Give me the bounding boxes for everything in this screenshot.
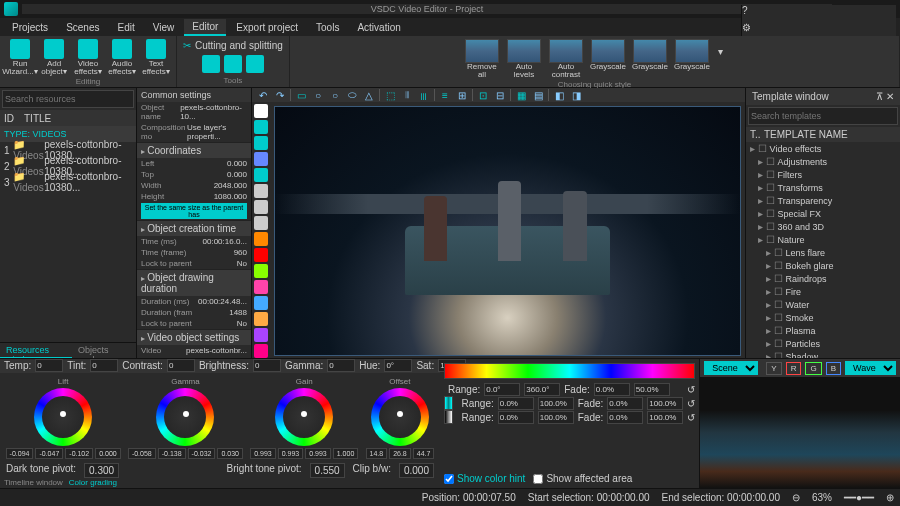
menu-scenes[interactable]: Scenes	[58, 20, 107, 35]
ribbon-text-button[interactable]: Texteffects▾	[140, 38, 172, 77]
menu-export-project[interactable]: Export project	[228, 20, 306, 35]
toolbar-button[interactable]: ≡	[438, 88, 452, 102]
template-node[interactable]: ▸ ☐ Fire	[746, 285, 900, 298]
template-node[interactable]: ▸ ☐ Filters	[746, 168, 900, 181]
cg-temp-input[interactable]	[35, 359, 63, 372]
tab-objects[interactable]: Objects explorer	[72, 343, 136, 358]
scope-type-select[interactable]: Wave	[845, 361, 896, 375]
style-grayscale[interactable]: Grayscale	[588, 38, 628, 80]
draw-tool[interactable]	[254, 296, 268, 310]
props-section[interactable]: ▸ Video object settings	[137, 329, 251, 345]
prop-row[interactable]: Composition moUse layer's properti...	[137, 122, 251, 142]
draw-tool[interactable]	[254, 328, 268, 342]
template-node[interactable]: ▸ ☐ Smoke	[746, 311, 900, 324]
toolbar-button[interactable]: △	[362, 88, 376, 102]
tab-timeline[interactable]: Timeline window	[4, 478, 63, 489]
fade-max[interactable]	[634, 383, 670, 396]
color-wheel-lift[interactable]: Lift-0.094-0.047-0.1020.000	[6, 377, 121, 459]
scissors-icon[interactable]: ✂	[183, 40, 191, 51]
draw-tool[interactable]	[254, 120, 268, 134]
reset-icon[interactable]: ↺	[687, 384, 695, 395]
prop-row[interactable]: Height1080.000	[137, 191, 251, 202]
bright-pivot-value[interactable]: 0.550	[310, 463, 345, 478]
cut-split-label[interactable]: Cutting and splitting	[195, 40, 283, 51]
draw-tool[interactable]	[254, 344, 268, 358]
draw-tool[interactable]	[254, 168, 268, 182]
color-wheel-gamma[interactable]: Gamma-0.058-0.138-0.0320.030	[128, 377, 243, 459]
ribbon-add-button[interactable]: Addobject▾	[38, 38, 70, 77]
prop-row[interactable]: Width2048.000	[137, 180, 251, 191]
scope-g-button[interactable]: G	[805, 362, 821, 375]
tool-icon[interactable]	[202, 55, 220, 73]
toolbar-button[interactable]: ▦	[514, 88, 528, 102]
toolbar-button[interactable]: ○	[328, 88, 342, 102]
toolbar-button[interactable]: ○	[311, 88, 325, 102]
toolbar-button[interactable]: ⬚	[383, 88, 397, 102]
settings-icon[interactable]: ⚙	[742, 22, 896, 33]
cg-hue-input[interactable]	[384, 359, 412, 372]
menu-tools[interactable]: Tools	[308, 20, 347, 35]
toolbar-button[interactable]: ⬭	[345, 88, 359, 102]
toolbar-button[interactable]: ⊞	[455, 88, 469, 102]
template-node[interactable]: ▸ ☐ Lens flare	[746, 246, 900, 259]
draw-tool[interactable]	[254, 232, 268, 246]
show-area-checkbox[interactable]	[533, 474, 543, 484]
menu-edit[interactable]: Edit	[109, 20, 142, 35]
draw-tool[interactable]	[254, 152, 268, 166]
range-min[interactable]	[498, 397, 534, 410]
resource-item[interactable]: 3📁Videospexels-cottonbro-10380...	[0, 174, 136, 190]
zoom-in-button[interactable]: ⊕	[886, 492, 894, 503]
scope-b-button[interactable]: B	[826, 362, 841, 375]
template-node[interactable]: ▸ ☐ Shadow	[746, 350, 900, 358]
props-section[interactable]: ▸ Object creation time	[137, 220, 251, 236]
help-icon[interactable]: ?	[742, 5, 896, 16]
props-section[interactable]: ▸ Coordinates	[137, 142, 251, 158]
toolbar-button[interactable]: ⊡	[476, 88, 490, 102]
toolbar-button[interactable]: ⫴	[400, 88, 414, 102]
template-node[interactable]: ▸ ☐ Special FX	[746, 207, 900, 220]
draw-tool[interactable]	[254, 280, 268, 294]
menu-view[interactable]: View	[145, 20, 183, 35]
zoom-slider[interactable]: ━━●━━	[844, 492, 874, 503]
ribbon-video-button[interactable]: Videoeffects▾	[72, 38, 104, 77]
toolbar-button[interactable]: ⫼	[417, 88, 431, 102]
menu-projects[interactable]: Projects	[4, 20, 56, 35]
draw-tool[interactable]	[254, 248, 268, 262]
template-node[interactable]: ▸ ☐ Video effects	[746, 142, 900, 155]
dark-pivot-value[interactable]: 0.300	[84, 463, 119, 478]
ribbon-run-button[interactable]: RunWizard...▾	[4, 38, 36, 77]
style-auto-contrast[interactable]: Auto contrast	[546, 38, 586, 80]
scope-y-button[interactable]: Y	[766, 362, 781, 375]
styles-more[interactable]: ▾	[714, 38, 727, 80]
toolbar-button[interactable]: ↶	[256, 88, 270, 102]
prop-row[interactable]: Lock to parentNo	[137, 258, 251, 269]
menu-activation[interactable]: Activation	[349, 20, 408, 35]
draw-tool[interactable]	[254, 104, 268, 118]
color-wheel-gain[interactable]: Gain0.9930.9930.9931.000	[250, 377, 358, 459]
range-min[interactable]	[484, 383, 520, 396]
cg-contrast-input[interactable]	[167, 359, 195, 372]
prop-row[interactable]: Object namepexels-cottonbro-10...	[137, 102, 251, 122]
toolbar-button[interactable]: ▤	[531, 88, 545, 102]
template-node[interactable]: ▸ ☐ Transparency	[746, 194, 900, 207]
draw-tool[interactable]	[254, 136, 268, 150]
menu-editor[interactable]: Editor	[184, 19, 226, 36]
template-node[interactable]: ▸ ☐ Plasma	[746, 324, 900, 337]
toolbar-button[interactable]: ↷	[273, 88, 287, 102]
style-grayscale[interactable]: Grayscale	[630, 38, 670, 80]
template-node[interactable]: ▸ ☐ Bokeh glare	[746, 259, 900, 272]
props-section[interactable]: ▸ Object drawing duration	[137, 269, 251, 296]
zoom-out-button[interactable]: ⊖	[792, 492, 800, 503]
ribbon-audio-button[interactable]: Audioeffects▾	[106, 38, 138, 77]
search-resources-input[interactable]	[2, 90, 134, 108]
prop-row[interactable]: Time (frame)960	[137, 247, 251, 258]
template-node[interactable]: ▸ ☐ Raindrops	[746, 272, 900, 285]
pin-icon[interactable]: ⊼ ✕	[876, 91, 894, 102]
template-node[interactable]: ▸ ☐ Transforms	[746, 181, 900, 194]
reset-icon[interactable]: ↺	[687, 412, 695, 423]
scope-mode-select[interactable]: Scene	[704, 361, 758, 375]
show-hint-checkbox[interactable]	[444, 474, 454, 484]
reset-icon[interactable]: ↺	[687, 398, 695, 409]
tab-resources[interactable]: Resources window	[0, 343, 72, 358]
video-preview[interactable]	[274, 106, 741, 356]
